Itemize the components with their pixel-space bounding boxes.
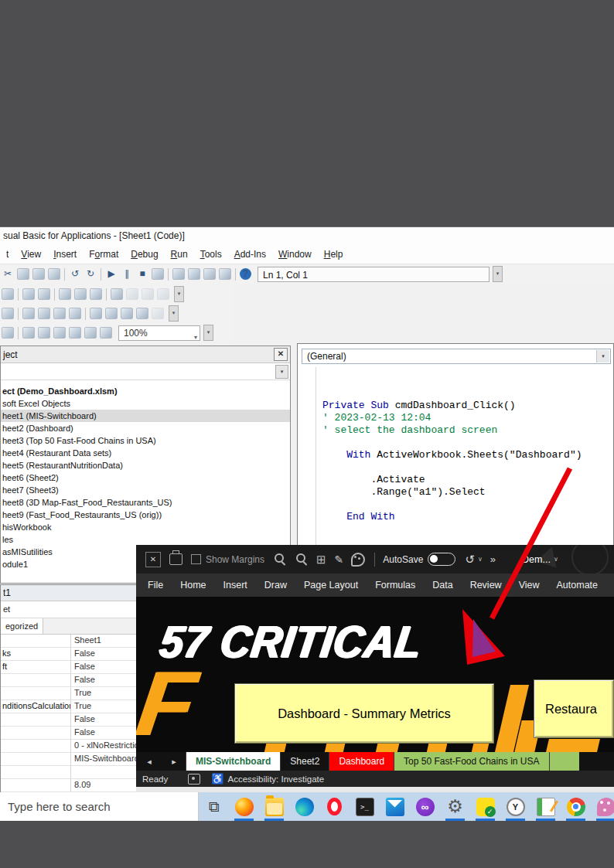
tab-review[interactable]: Review	[462, 574, 510, 597]
properties-window-icon[interactable]	[188, 268, 200, 280]
bring-to-front-icon[interactable]	[2, 327, 14, 339]
zoom-select[interactable]: 100%▾	[118, 325, 200, 341]
paste-icon[interactable]	[32, 268, 45, 280]
align-icon[interactable]	[22, 327, 35, 339]
call-stack-icon[interactable]	[152, 308, 164, 319]
palette-icon[interactable]	[351, 553, 365, 567]
quick-watch-icon[interactable]	[136, 308, 148, 319]
menu-view[interactable]: View	[15, 245, 47, 264]
design-mode-exit-icon[interactable]	[2, 308, 14, 319]
menu-tools[interactable]: Tools	[194, 245, 228, 264]
outdent-icon[interactable]	[38, 288, 50, 300]
next-bookmark-icon[interactable]	[126, 288, 138, 300]
clear-bookmarks-icon[interactable]	[157, 288, 169, 300]
display-settings-icon[interactable]	[188, 774, 200, 785]
project-tree-item[interactable]: soft Excel Objects	[1, 397, 290, 410]
zoom-out-icon[interactable]	[275, 553, 286, 565]
delete-table-icon[interactable]: ⊞	[316, 553, 326, 567]
project-tree-item[interactable]: heet2 (Dashboard)	[1, 422, 290, 434]
project-tree-item[interactable]: heet5 (RestaurantNutritionData)	[1, 459, 290, 471]
tab-formulas[interactable]: Formulas	[367, 574, 424, 597]
tab-file[interactable]: File	[139, 574, 172, 597]
toolbox-icon[interactable]	[219, 268, 231, 280]
indent-icon[interactable]	[22, 288, 35, 300]
project-tree-item[interactable]: les	[1, 533, 290, 546]
object-browser-icon[interactable]	[203, 268, 216, 280]
zoom-in-icon[interactable]	[296, 553, 308, 565]
opera-taskbar-button[interactable]	[319, 792, 350, 821]
sheet-tab-top-50-fast-food-chains-in-usa[interactable]: Top 50 Fast-Food Chains in USA	[394, 752, 548, 771]
align-dd-icon[interactable]	[38, 327, 50, 339]
undo-icon[interactable]: ↺	[465, 553, 475, 567]
firefox-taskbar-button[interactable]	[229, 792, 259, 821]
step-out-icon[interactable]	[69, 308, 81, 319]
project-explorer-icon[interactable]	[172, 268, 185, 280]
find-icon[interactable]	[48, 268, 60, 280]
locals-window-icon[interactable]	[90, 308, 102, 319]
tab-home[interactable]: Home	[172, 574, 214, 597]
menu-run[interactable]: Run	[165, 245, 194, 264]
file-explorer-taskbar-button[interactable]	[259, 792, 289, 821]
project-tree-item[interactable]: heet1 (MIS-Switchboard)	[1, 410, 290, 422]
clock-taskbar-button[interactable]: Y	[500, 792, 530, 821]
tab-draw[interactable]: Draw	[256, 574, 295, 597]
step-into-icon[interactable]	[38, 308, 50, 319]
tab-automate[interactable]: Automate	[548, 574, 607, 597]
project-tree-item[interactable]: heet3 (Top 50 Fast-Food Chains in USA)	[1, 434, 290, 447]
redo-icon[interactable]: ↻	[84, 268, 97, 280]
run-icon[interactable]: ▶	[105, 268, 118, 280]
restaurant-button[interactable]: Restaura	[534, 679, 614, 738]
chevron-down-icon[interactable]: ∨	[478, 556, 483, 563]
module-dropdown[interactable]: (General) ▾	[302, 349, 611, 364]
sheet-tab-sheet2[interactable]: Sheet2	[280, 752, 329, 771]
horizontal-scrollbar[interactable]	[136, 787, 614, 792]
close-icon[interactable]: ✕	[274, 348, 288, 361]
toolbar-overflow-icon[interactable]: ▾	[174, 286, 184, 302]
step-over-icon[interactable]	[53, 308, 66, 319]
toolbar-overflow-icon[interactable]: ▾	[169, 305, 179, 322]
list-properties-icon[interactable]	[74, 288, 87, 300]
chrome-taskbar-button[interactable]	[561, 792, 591, 821]
autosave-toggle[interactable]	[428, 553, 455, 566]
watch-window-icon[interactable]	[121, 308, 133, 319]
project-tree-item[interactable]: heet4 (Restaurant Data sets)	[1, 447, 290, 459]
edge-taskbar-button[interactable]	[289, 792, 319, 821]
task-view-taskbar-button[interactable]: ⧉	[199, 792, 229, 821]
menu-debug[interactable]: Debug	[125, 245, 164, 264]
overflow-icon[interactable]: ▾	[275, 365, 288, 379]
mail-taskbar-button[interactable]	[380, 792, 410, 821]
center-icon[interactable]	[53, 327, 66, 339]
help-icon[interactable]: ?	[240, 268, 251, 280]
close-preview-icon[interactable]: ✕	[145, 552, 161, 567]
toggle-bookmark-icon[interactable]	[111, 288, 123, 300]
tab-view[interactable]: View	[510, 574, 548, 597]
goggles-taskbar-button[interactable]: ∞	[410, 792, 440, 821]
comment-block-icon[interactable]	[59, 288, 71, 300]
project-tree-item[interactable]: heet6 (Sheet2)	[1, 471, 290, 484]
menu-window[interactable]: Window	[272, 245, 318, 264]
project-tree-item[interactable]: heet7 (Sheet3)	[1, 484, 290, 496]
undo-icon[interactable]: ↺	[69, 268, 81, 280]
more-commands-icon[interactable]: »	[490, 553, 496, 565]
copy-icon[interactable]	[17, 268, 29, 280]
tab-categorized[interactable]: egorized	[1, 618, 43, 634]
size-dd-icon[interactable]	[100, 327, 112, 339]
draw-pen-icon[interactable]: ✎	[335, 553, 344, 566]
notepad-taskbar-button[interactable]	[530, 792, 561, 821]
design-mode-icon[interactable]	[152, 268, 164, 280]
palette-taskbar-button[interactable]	[591, 792, 614, 821]
project-tree-item[interactable]: heet8 (3D Map-Fast_Food_Restaurants_US)	[1, 496, 290, 509]
tab-data[interactable]: Data	[424, 574, 461, 597]
project-tree-item[interactable]: ect (Demo_Dashboard.xlsm)	[1, 385, 290, 397]
sheet-nav-right-icon[interactable]: ▸	[162, 752, 186, 771]
list-constants-icon[interactable]	[90, 288, 102, 300]
settings-taskbar-button[interactable]: ⚙	[440, 792, 470, 821]
project-tree-item[interactable]: hisWorkbook	[1, 521, 290, 533]
show-margins-checkbox[interactable]	[191, 554, 201, 564]
menu-addins[interactable]: Add-Ins	[228, 245, 272, 264]
immediate-window-icon[interactable]	[105, 308, 118, 319]
print-icon[interactable]	[169, 553, 182, 565]
break-icon[interactable]: ∥	[121, 268, 133, 280]
menu-t[interactable]: t	[0, 245, 15, 264]
tab-page-layout[interactable]: Page Layout	[295, 574, 367, 597]
